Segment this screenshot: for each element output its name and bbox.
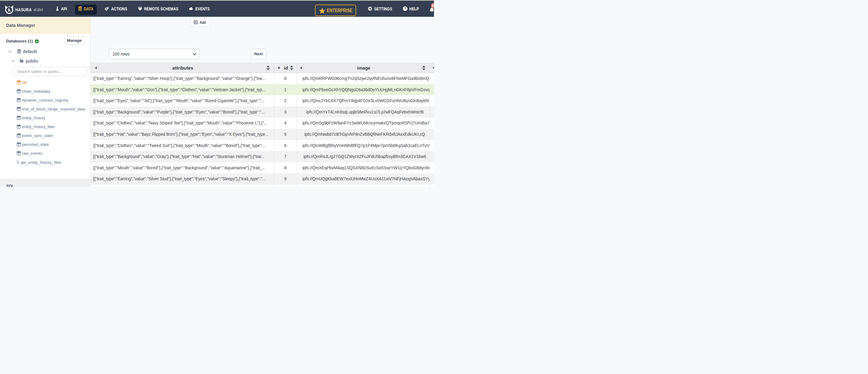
svg-text:?: ? [404,7,406,10]
